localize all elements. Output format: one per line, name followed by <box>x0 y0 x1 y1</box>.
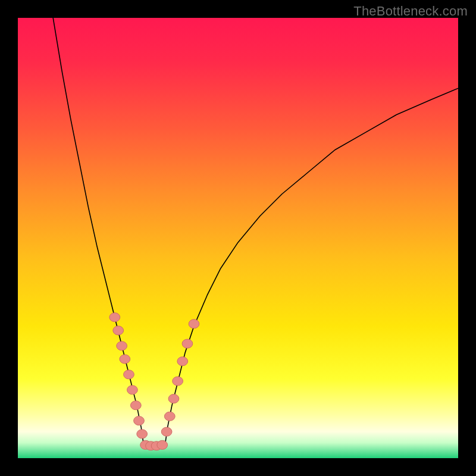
data-marker <box>164 412 175 421</box>
data-marker <box>189 320 199 328</box>
data-marker <box>182 339 193 348</box>
data-marker <box>124 370 134 379</box>
chart-svg <box>18 18 458 458</box>
data-marker <box>173 377 183 386</box>
data-marker <box>127 386 138 394</box>
plot-area <box>18 18 458 458</box>
data-marker <box>130 401 141 410</box>
data-marker <box>168 394 179 403</box>
data-marker <box>120 355 130 364</box>
gradient-background <box>18 18 458 458</box>
data-marker <box>113 326 124 335</box>
data-marker <box>177 357 188 366</box>
data-marker <box>161 427 172 436</box>
outer-frame: TheBottleneck.com <box>0 0 476 476</box>
watermark-text: TheBottleneck.com <box>353 4 468 19</box>
data-marker <box>109 313 120 322</box>
data-marker <box>117 342 127 350</box>
data-marker <box>157 440 168 449</box>
data-marker <box>137 430 148 439</box>
data-marker <box>134 416 145 425</box>
